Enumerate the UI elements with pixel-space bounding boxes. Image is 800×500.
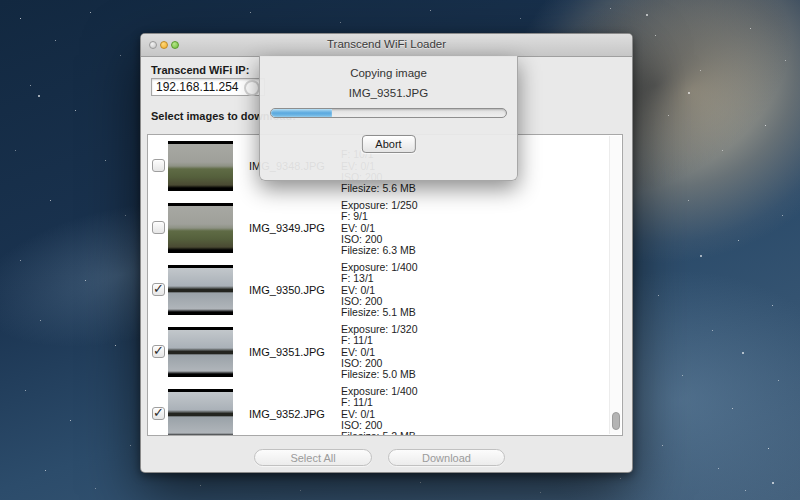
ip-label: Transcend WiFi IP: — [151, 64, 249, 76]
image-metadata: Exposure: 1/400F: 11/1EV: 0/1ISO: 200Fil… — [341, 386, 417, 436]
image-checkbox[interactable] — [152, 345, 165, 358]
image-thumbnail — [168, 389, 233, 436]
copying-sheet: Copying image IMG_9351.JPG Abort — [259, 56, 518, 181]
select-all-button[interactable]: Select All — [254, 449, 372, 466]
image-row: IMG_9352.JPG Exposure: 1/400F: 11/1EV: 0… — [148, 383, 622, 436]
image-filename: IMG_9352.JPG — [249, 408, 325, 420]
image-thumbnail — [168, 203, 233, 253]
image-checkbox[interactable] — [152, 221, 165, 234]
image-metadata: Exposure: 1/250F: 9/1EV: 0/1ISO: 200File… — [341, 200, 417, 256]
app-window: Transcend WiFi Loader Transcend WiFi IP:… — [140, 33, 633, 473]
abort-button[interactable]: Abort — [361, 135, 415, 153]
progress-bar — [270, 108, 507, 118]
image-row: IMG_9350.JPG Exposure: 1/400F: 13/1EV: 0… — [148, 259, 622, 321]
window-title: Transcend WiFi Loader — [141, 38, 632, 50]
image-row: IMG_9351.JPG Exposure: 1/320F: 11/1EV: 0… — [148, 321, 622, 383]
image-thumbnail — [168, 265, 233, 315]
image-filename: IMG_9351.JPG — [249, 346, 325, 358]
image-checkbox[interactable] — [152, 159, 165, 172]
sheet-filename: IMG_9351.JPG — [260, 87, 517, 99]
image-metadata: Exposure: 1/400F: 13/1EV: 0/1ISO: 200Fil… — [341, 262, 417, 318]
image-thumbnail — [168, 141, 233, 191]
progress-fill — [271, 109, 332, 117]
titlebar[interactable]: Transcend WiFi Loader — [141, 34, 632, 57]
image-metadata: Exposure: 1/320F: 11/1EV: 0/1ISO: 200Fil… — [341, 324, 417, 380]
stars-large — [0, 0, 2, 2]
image-checkbox[interactable] — [152, 283, 165, 296]
image-row: IMG_9349.JPG Exposure: 1/250F: 9/1EV: 0/… — [148, 197, 622, 259]
image-filename: IMG_9349.JPG — [249, 222, 325, 234]
image-filename: IMG_9350.JPG — [249, 284, 325, 296]
image-thumbnail — [168, 327, 233, 377]
image-checkbox[interactable] — [152, 407, 165, 420]
sheet-title: Copying image — [260, 67, 517, 79]
download-button[interactable]: Download — [388, 449, 505, 466]
scrollbar-track[interactable] — [609, 136, 621, 434]
scrollbar-thumb[interactable] — [612, 412, 620, 430]
spinner-icon — [244, 80, 260, 96]
